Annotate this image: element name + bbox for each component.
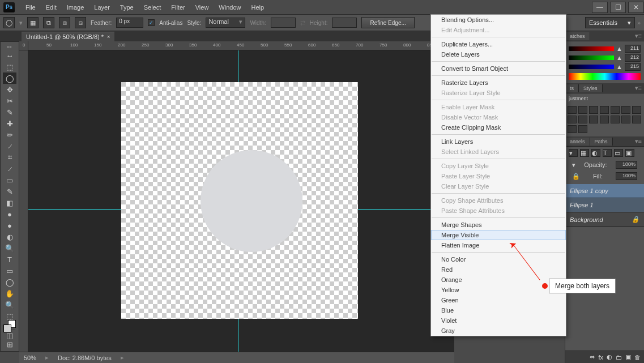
tool-20[interactable]: ◯: [3, 276, 16, 288]
tool-13[interactable]: ◧: [3, 197, 16, 208]
adj-icon[interactable]: [589, 106, 598, 114]
adj-icon[interactable]: [621, 116, 630, 123]
layer-row[interactable]: Ellipse 1: [565, 198, 644, 212]
tools-collapse-icon[interactable]: ▸▸: [7, 44, 12, 49]
minimize-button[interactable]: —: [592, 2, 608, 13]
swatches-tab[interactable]: atches: [565, 32, 590, 40]
menu-edit[interactable]: Edit: [41, 2, 62, 13]
menu-item-blue[interactable]: Blue: [431, 305, 566, 315]
menu-window[interactable]: Window: [214, 2, 246, 13]
feather-input[interactable]: 0 px: [116, 18, 143, 28]
menu-item-green[interactable]: Green: [431, 295, 566, 305]
ruler-horizontal[interactable]: 0501001502002503003504004505005506006507…: [28, 41, 454, 50]
g-value[interactable]: 212: [625, 54, 641, 62]
adj-icon[interactable]: [621, 106, 630, 114]
paths-tab[interactable]: Paths: [590, 138, 613, 146]
layer-row[interactable]: Ellipse 1 copy: [565, 184, 644, 198]
fill-value[interactable]: 100%: [616, 172, 637, 180]
panel-menu-icon[interactable]: ▾≡: [633, 32, 644, 40]
selection-intersect-icon[interactable]: ⧇: [75, 17, 86, 28]
zoom-value[interactable]: 50%: [24, 355, 36, 361]
layer-row[interactable]: Background🔒: [565, 212, 644, 227]
adj-icon[interactable]: [568, 106, 577, 114]
close-button[interactable]: ✕: [628, 2, 644, 13]
menu-type[interactable]: Type: [115, 2, 139, 13]
tool-5[interactable]: ✎: [3, 106, 16, 118]
menu-image[interactable]: Image: [62, 2, 89, 13]
menu-filter[interactable]: Filter: [166, 2, 190, 13]
selection-subtract-icon[interactable]: ⧈: [59, 17, 70, 28]
canvas-viewport[interactable]: [28, 50, 454, 352]
adjustments-tab-partial[interactable]: ts: [565, 84, 579, 92]
menu-select[interactable]: Select: [139, 2, 167, 13]
ruler-vertical[interactable]: [19, 50, 28, 352]
filter-smart-icon[interactable]: ▣: [625, 149, 634, 157]
tool-3[interactable]: ✥: [3, 84, 16, 95]
adj-icon[interactable]: [632, 116, 641, 123]
r-slider[interactable]: [569, 46, 614, 51]
screenmode-icon[interactable]: ⊞: [3, 340, 16, 349]
quickmask-icon[interactable]: ◫: [3, 331, 16, 340]
menu-item-duplicate-layers[interactable]: Duplicate Layers...: [431, 39, 566, 49]
menu-item-rasterize-layers[interactable]: Rasterize Layers: [431, 78, 566, 88]
menu-item-create-clipping-mask[interactable]: Create Clipping Mask: [431, 122, 566, 133]
panel-menu-icon[interactable]: ▾≡: [633, 84, 644, 92]
r-value[interactable]: 211: [625, 45, 641, 53]
menu-item-gray[interactable]: Gray: [431, 326, 566, 336]
tool-14[interactable]: ●: [3, 208, 16, 220]
artboard[interactable]: [121, 82, 358, 319]
tool-22[interactable]: 🔍: [3, 299, 16, 310]
tool-8[interactable]: ⟋: [3, 140, 16, 152]
hue-bar[interactable]: [569, 73, 641, 80]
adj-icon[interactable]: [600, 106, 609, 114]
g-slider[interactable]: [569, 55, 614, 60]
refine-edge-button[interactable]: Refine Edge...: [361, 17, 414, 28]
filter-adj-icon[interactable]: ◐: [591, 149, 600, 157]
tool-preset-icon[interactable]: ◯: [3, 17, 15, 28]
menu-item-red[interactable]: Red: [431, 264, 566, 275]
adj-icon[interactable]: [632, 106, 641, 114]
menu-item-link-layers[interactable]: Link Layers: [431, 136, 566, 147]
adj-icon[interactable]: [578, 116, 587, 123]
delete-layer-icon[interactable]: 🗑: [634, 354, 641, 361]
b-value[interactable]: 215: [625, 63, 641, 71]
tool-9[interactable]: ⌗: [3, 152, 16, 163]
menu-item-blending-options[interactable]: Blending Options...: [431, 15, 566, 25]
layer-mask-icon[interactable]: ◐: [607, 353, 612, 361]
tool-4[interactable]: ✂: [3, 95, 16, 106]
filter-type-icon[interactable]: T: [603, 149, 612, 157]
layer-filter-icon[interactable]: ▾: [569, 149, 578, 157]
adj-icon[interactable]: [589, 116, 598, 123]
link-layers-icon[interactable]: ⇔: [590, 353, 595, 361]
document-tab[interactable]: Untitled-1 @ 50% (RGB/8) * ×: [22, 32, 114, 41]
adj-icon[interactable]: [568, 116, 577, 123]
filter-shape-icon[interactable]: ▭: [614, 149, 623, 157]
adj-icon[interactable]: [578, 106, 587, 114]
tool-16[interactable]: ◐: [3, 231, 16, 242]
selection-add-icon[interactable]: ⧉: [43, 17, 54, 28]
menu-item-merge-visible[interactable]: Merge Visible: [431, 230, 566, 240]
ellipse-shape[interactable]: [201, 150, 302, 252]
menu-layer[interactable]: Layer: [89, 2, 115, 13]
menu-file[interactable]: File: [20, 2, 41, 13]
tool-7[interactable]: ✏: [3, 129, 16, 140]
menu-item-delete-layers[interactable]: Delete Layers: [431, 49, 566, 59]
adj-icon[interactable]: [611, 116, 620, 123]
tool-21[interactable]: ✋: [3, 288, 16, 299]
workspace-select[interactable]: Essentials▾: [585, 17, 635, 28]
tool-1[interactable]: ⬚: [3, 61, 16, 72]
menu-item-convert-to-smart-object[interactable]: Convert to Smart Object: [431, 63, 566, 74]
opacity-value[interactable]: 100%: [616, 161, 637, 169]
tool-12[interactable]: ✎: [3, 186, 16, 197]
selection-new-icon[interactable]: ▦: [27, 17, 39, 28]
new-group-icon[interactable]: 🗀: [616, 354, 622, 361]
panel-menu-icon[interactable]: ▾≡: [633, 138, 644, 145]
adj-icon[interactable]: [568, 125, 577, 133]
layer-fx-icon[interactable]: fx: [598, 354, 603, 361]
antialias-checkbox[interactable]: ✓: [148, 19, 155, 26]
style-select[interactable]: Normal ▾: [206, 18, 245, 28]
channels-tab-partial[interactable]: annels: [565, 138, 590, 146]
tool-0[interactable]: ↔: [3, 50, 16, 61]
menu-view[interactable]: View: [190, 2, 214, 13]
tool-19[interactable]: ▭: [3, 265, 16, 276]
